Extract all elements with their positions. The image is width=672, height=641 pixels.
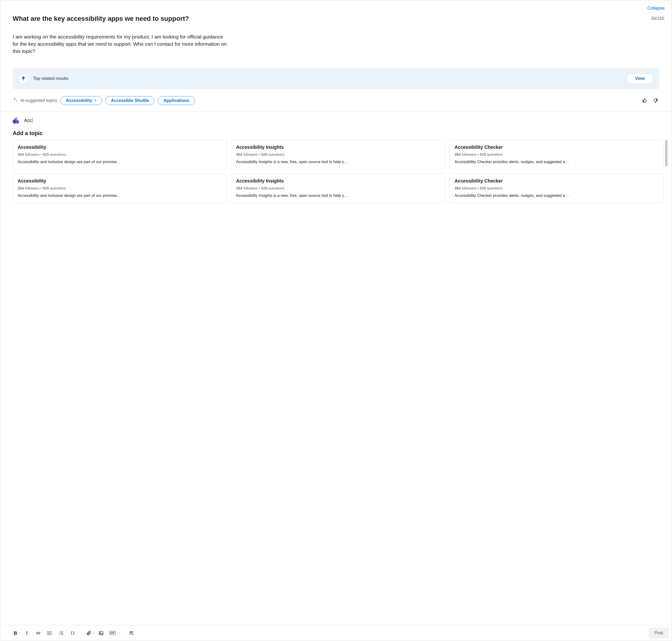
svg-point-7 <box>48 634 48 635</box>
topic-card-meta: 354 followers • 525 questions <box>454 152 659 156</box>
ai-topic-chip[interactable]: Applications <box>158 96 195 105</box>
numbered-list-button[interactable]: 123 <box>56 628 67 638</box>
svg-point-15 <box>100 632 101 633</box>
sparkle-icon <box>13 97 18 104</box>
add-topic-heading: Add a topic <box>0 124 672 140</box>
ai-suggested-row: AI-suggested topics Accessibility+Access… <box>0 89 672 111</box>
topic-card-desc: Accessibility and inclusive design are p… <box>18 159 222 164</box>
topic-card-desc: Accessibility Checker provides alerts, n… <box>454 159 659 164</box>
gif-button[interactable]: GIF <box>107 628 118 638</box>
image-button[interactable] <box>96 628 107 638</box>
bold-button[interactable]: B <box>10 628 21 638</box>
scrollbar[interactable] <box>665 140 668 203</box>
topic-card-title: Accessibility <box>18 178 222 184</box>
topic-card-title: Accessibility Insights <box>236 178 440 184</box>
topic-card[interactable]: Accessibility Checker354 followers • 525… <box>449 174 664 203</box>
topic-card[interactable]: Accessibility354 followers • 525 questio… <box>13 140 227 169</box>
question-title[interactable]: What are the key accessibility apps we n… <box>13 15 189 23</box>
ai-topic-chip[interactable]: Accessibility+ <box>60 96 102 105</box>
char-count: 56/150 <box>651 16 664 21</box>
ai-topic-chip[interactable]: Accessible Shuttle <box>106 96 155 105</box>
top-row: Collapse <box>0 0 672 11</box>
thumbs-down-button[interactable] <box>652 97 659 104</box>
svg-point-17 <box>132 631 133 632</box>
post-button[interactable]: Post <box>649 628 669 638</box>
topic-card-desc: Accessibility Insights is a new, free, o… <box>236 159 440 164</box>
svg-rect-0 <box>23 80 24 80</box>
question-body[interactable]: I am working on the accessibility requir… <box>0 23 242 55</box>
topic-card-title: Accessibility <box>18 145 222 150</box>
topic-card-meta: 354 followers • 525 questions <box>454 186 659 190</box>
format-toolbar: B I 123 GIF Post <box>0 625 672 641</box>
topic-card-meta: 354 followers • 525 questions <box>236 152 440 156</box>
topic-card-desc: Accessibility and inclusive design are p… <box>18 193 222 198</box>
topic-card[interactable]: Accessibility354 followers • 525 questio… <box>13 174 227 203</box>
topic-card[interactable]: Accessibility Insights354 followers • 52… <box>231 174 445 203</box>
plus-icon: + <box>94 98 97 103</box>
link-button[interactable] <box>33 628 44 638</box>
topic-suggestion-grid: Accessibility354 followers • 525 questio… <box>13 140 664 203</box>
topic-card-desc: Accessibility Insights is a new, free, o… <box>236 193 440 198</box>
svg-rect-14 <box>99 631 103 635</box>
collapse-link[interactable]: Collapse <box>647 5 664 11</box>
chip-label: Applications <box>164 98 189 103</box>
lightbulb-icon <box>19 74 28 83</box>
topic-card-desc: Accessibility Checker provides alerts, n… <box>454 193 659 198</box>
thumbs-up-button[interactable] <box>641 97 648 104</box>
topic-card-meta: 354 followers • 525 questions <box>18 186 222 190</box>
related-results-label: Top related results <box>33 76 68 81</box>
topic-card-meta: 354 followers • 525 questions <box>236 186 440 190</box>
ai-suggested-label: AI-suggested topics <box>20 98 57 103</box>
bulleted-list-button[interactable] <box>44 628 55 638</box>
topic-card-title: Accessibility Insights <box>236 145 440 150</box>
topic-card-meta: 354 followers • 525 questions <box>18 152 222 156</box>
svg-point-5 <box>48 631 48 632</box>
code-block-button[interactable] <box>67 628 78 638</box>
topic-icon <box>13 117 19 124</box>
headline-row: What are the key accessibility apps we n… <box>0 11 672 23</box>
compose-panel-scroll: Collapse What are the key accessibility … <box>0 0 672 625</box>
view-related-button[interactable]: View <box>627 73 653 84</box>
topic-card-title: Accessibility Checker <box>454 145 659 150</box>
add-people-button[interactable] <box>126 628 137 638</box>
svg-point-16 <box>130 631 131 633</box>
chip-label: Accessible Shuttle <box>111 98 149 103</box>
italic-button[interactable]: I <box>21 628 32 638</box>
svg-rect-1 <box>23 80 24 80</box>
topic-input[interactable]: Acc <box>24 118 32 123</box>
topic-input-row: Acc <box>0 112 672 124</box>
svg-text:3: 3 <box>59 633 60 635</box>
svg-point-6 <box>48 632 48 633</box>
topic-card[interactable]: Accessibility Checker354 followers • 525… <box>449 140 664 169</box>
topic-card-title: Accessibility Checker <box>454 178 659 184</box>
topic-card[interactable]: Accessibility Insights354 followers • 52… <box>231 140 445 169</box>
related-results-banner: Top related results View <box>13 68 659 89</box>
attachment-button[interactable] <box>86 628 95 638</box>
chip-label: Accessibility <box>66 98 92 103</box>
